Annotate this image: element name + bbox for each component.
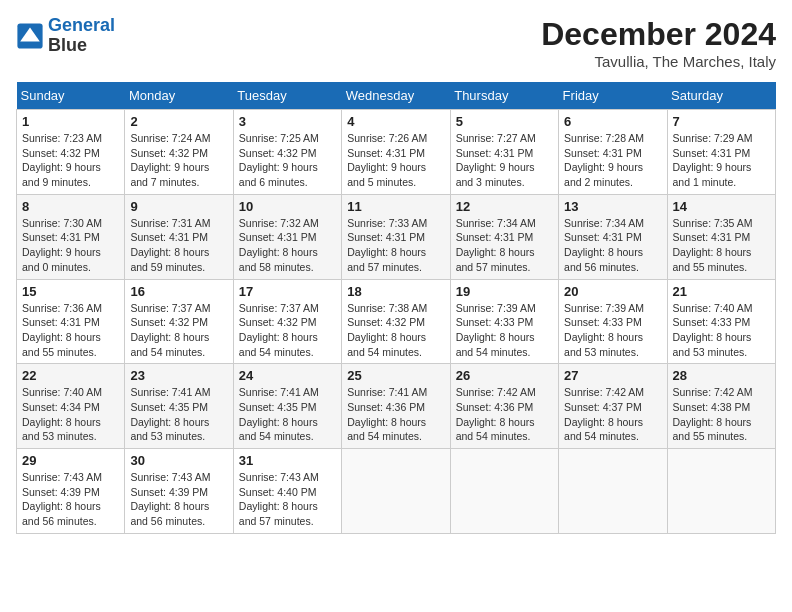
day-number: 24	[239, 368, 336, 383]
day-info: Sunrise: 7:37 AM Sunset: 4:32 PM Dayligh…	[130, 301, 227, 360]
day-info: Sunrise: 7:39 AM Sunset: 4:33 PM Dayligh…	[456, 301, 553, 360]
calendar-cell: 25Sunrise: 7:41 AM Sunset: 4:36 PM Dayli…	[342, 364, 450, 449]
calendar-cell	[342, 449, 450, 534]
day-number: 12	[456, 199, 553, 214]
day-number: 20	[564, 284, 661, 299]
calendar-week-row: 1Sunrise: 7:23 AM Sunset: 4:32 PM Daylig…	[17, 110, 776, 195]
day-number: 28	[673, 368, 770, 383]
calendar-cell: 23Sunrise: 7:41 AM Sunset: 4:35 PM Dayli…	[125, 364, 233, 449]
calendar-cell: 2Sunrise: 7:24 AM Sunset: 4:32 PM Daylig…	[125, 110, 233, 195]
calendar-week-row: 15Sunrise: 7:36 AM Sunset: 4:31 PM Dayli…	[17, 279, 776, 364]
calendar-cell: 10Sunrise: 7:32 AM Sunset: 4:31 PM Dayli…	[233, 194, 341, 279]
day-number: 22	[22, 368, 119, 383]
calendar-cell: 31Sunrise: 7:43 AM Sunset: 4:40 PM Dayli…	[233, 449, 341, 534]
day-number: 6	[564, 114, 661, 129]
day-number: 1	[22, 114, 119, 129]
calendar-cell: 26Sunrise: 7:42 AM Sunset: 4:36 PM Dayli…	[450, 364, 558, 449]
calendar-cell: 11Sunrise: 7:33 AM Sunset: 4:31 PM Dayli…	[342, 194, 450, 279]
calendar-cell: 5Sunrise: 7:27 AM Sunset: 4:31 PM Daylig…	[450, 110, 558, 195]
day-info: Sunrise: 7:33 AM Sunset: 4:31 PM Dayligh…	[347, 216, 444, 275]
weekday-header-thursday: Thursday	[450, 82, 558, 110]
calendar-cell: 20Sunrise: 7:39 AM Sunset: 4:33 PM Dayli…	[559, 279, 667, 364]
day-info: Sunrise: 7:28 AM Sunset: 4:31 PM Dayligh…	[564, 131, 661, 190]
day-number: 17	[239, 284, 336, 299]
day-info: Sunrise: 7:42 AM Sunset: 4:37 PM Dayligh…	[564, 385, 661, 444]
day-number: 23	[130, 368, 227, 383]
day-info: Sunrise: 7:39 AM Sunset: 4:33 PM Dayligh…	[564, 301, 661, 360]
day-number: 13	[564, 199, 661, 214]
calendar-cell: 16Sunrise: 7:37 AM Sunset: 4:32 PM Dayli…	[125, 279, 233, 364]
day-info: Sunrise: 7:41 AM Sunset: 4:36 PM Dayligh…	[347, 385, 444, 444]
calendar-cell: 17Sunrise: 7:37 AM Sunset: 4:32 PM Dayli…	[233, 279, 341, 364]
logo-text: General Blue	[48, 16, 115, 56]
day-info: Sunrise: 7:27 AM Sunset: 4:31 PM Dayligh…	[456, 131, 553, 190]
calendar-cell: 1Sunrise: 7:23 AM Sunset: 4:32 PM Daylig…	[17, 110, 125, 195]
location: Tavullia, The Marches, Italy	[541, 53, 776, 70]
day-info: Sunrise: 7:25 AM Sunset: 4:32 PM Dayligh…	[239, 131, 336, 190]
logo-icon	[16, 22, 44, 50]
calendar-cell: 9Sunrise: 7:31 AM Sunset: 4:31 PM Daylig…	[125, 194, 233, 279]
day-info: Sunrise: 7:29 AM Sunset: 4:31 PM Dayligh…	[673, 131, 770, 190]
logo: General Blue	[16, 16, 115, 56]
calendar-table: SundayMondayTuesdayWednesdayThursdayFrid…	[16, 82, 776, 534]
day-number: 11	[347, 199, 444, 214]
calendar-cell	[450, 449, 558, 534]
day-number: 25	[347, 368, 444, 383]
calendar-cell: 21Sunrise: 7:40 AM Sunset: 4:33 PM Dayli…	[667, 279, 775, 364]
day-number: 9	[130, 199, 227, 214]
weekday-header-monday: Monday	[125, 82, 233, 110]
day-info: Sunrise: 7:34 AM Sunset: 4:31 PM Dayligh…	[456, 216, 553, 275]
day-number: 3	[239, 114, 336, 129]
day-info: Sunrise: 7:37 AM Sunset: 4:32 PM Dayligh…	[239, 301, 336, 360]
day-number: 14	[673, 199, 770, 214]
day-info: Sunrise: 7:31 AM Sunset: 4:31 PM Dayligh…	[130, 216, 227, 275]
calendar-week-row: 29Sunrise: 7:43 AM Sunset: 4:39 PM Dayli…	[17, 449, 776, 534]
calendar-cell: 18Sunrise: 7:38 AM Sunset: 4:32 PM Dayli…	[342, 279, 450, 364]
calendar-cell: 7Sunrise: 7:29 AM Sunset: 4:31 PM Daylig…	[667, 110, 775, 195]
weekday-header-sunday: Sunday	[17, 82, 125, 110]
day-number: 18	[347, 284, 444, 299]
calendar-cell: 19Sunrise: 7:39 AM Sunset: 4:33 PM Dayli…	[450, 279, 558, 364]
calendar-cell: 14Sunrise: 7:35 AM Sunset: 4:31 PM Dayli…	[667, 194, 775, 279]
day-info: Sunrise: 7:41 AM Sunset: 4:35 PM Dayligh…	[239, 385, 336, 444]
calendar-cell: 15Sunrise: 7:36 AM Sunset: 4:31 PM Dayli…	[17, 279, 125, 364]
calendar-cell: 8Sunrise: 7:30 AM Sunset: 4:31 PM Daylig…	[17, 194, 125, 279]
day-number: 19	[456, 284, 553, 299]
day-info: Sunrise: 7:43 AM Sunset: 4:40 PM Dayligh…	[239, 470, 336, 529]
title-area: December 2024 Tavullia, The Marches, Ita…	[541, 16, 776, 70]
day-info: Sunrise: 7:42 AM Sunset: 4:38 PM Dayligh…	[673, 385, 770, 444]
calendar-cell: 6Sunrise: 7:28 AM Sunset: 4:31 PM Daylig…	[559, 110, 667, 195]
day-info: Sunrise: 7:32 AM Sunset: 4:31 PM Dayligh…	[239, 216, 336, 275]
day-info: Sunrise: 7:36 AM Sunset: 4:31 PM Dayligh…	[22, 301, 119, 360]
day-info: Sunrise: 7:43 AM Sunset: 4:39 PM Dayligh…	[130, 470, 227, 529]
day-number: 7	[673, 114, 770, 129]
weekday-header-saturday: Saturday	[667, 82, 775, 110]
calendar-cell: 12Sunrise: 7:34 AM Sunset: 4:31 PM Dayli…	[450, 194, 558, 279]
day-info: Sunrise: 7:41 AM Sunset: 4:35 PM Dayligh…	[130, 385, 227, 444]
weekday-header-row: SundayMondayTuesdayWednesdayThursdayFrid…	[17, 82, 776, 110]
calendar-cell	[559, 449, 667, 534]
day-info: Sunrise: 7:26 AM Sunset: 4:31 PM Dayligh…	[347, 131, 444, 190]
day-info: Sunrise: 7:40 AM Sunset: 4:34 PM Dayligh…	[22, 385, 119, 444]
day-info: Sunrise: 7:23 AM Sunset: 4:32 PM Dayligh…	[22, 131, 119, 190]
day-number: 4	[347, 114, 444, 129]
day-number: 29	[22, 453, 119, 468]
day-info: Sunrise: 7:24 AM Sunset: 4:32 PM Dayligh…	[130, 131, 227, 190]
day-number: 21	[673, 284, 770, 299]
calendar-cell: 22Sunrise: 7:40 AM Sunset: 4:34 PM Dayli…	[17, 364, 125, 449]
page-header: General Blue December 2024 Tavullia, The…	[16, 16, 776, 70]
day-number: 15	[22, 284, 119, 299]
day-info: Sunrise: 7:42 AM Sunset: 4:36 PM Dayligh…	[456, 385, 553, 444]
weekday-header-friday: Friday	[559, 82, 667, 110]
day-number: 30	[130, 453, 227, 468]
calendar-cell: 24Sunrise: 7:41 AM Sunset: 4:35 PM Dayli…	[233, 364, 341, 449]
calendar-cell: 29Sunrise: 7:43 AM Sunset: 4:39 PM Dayli…	[17, 449, 125, 534]
calendar-cell: 13Sunrise: 7:34 AM Sunset: 4:31 PM Dayli…	[559, 194, 667, 279]
calendar-cell: 30Sunrise: 7:43 AM Sunset: 4:39 PM Dayli…	[125, 449, 233, 534]
day-number: 16	[130, 284, 227, 299]
day-number: 8	[22, 199, 119, 214]
day-number: 31	[239, 453, 336, 468]
weekday-header-tuesday: Tuesday	[233, 82, 341, 110]
calendar-cell	[667, 449, 775, 534]
calendar-cell: 27Sunrise: 7:42 AM Sunset: 4:37 PM Dayli…	[559, 364, 667, 449]
